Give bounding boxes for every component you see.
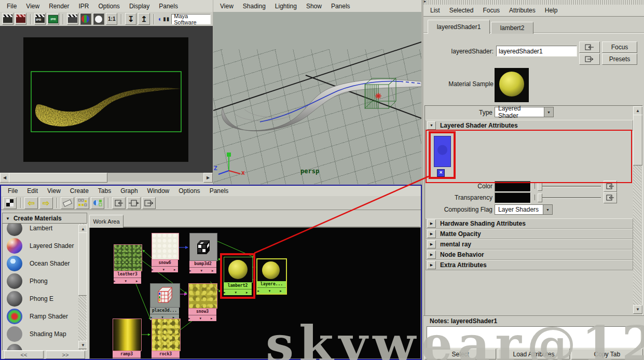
layer-checkbox[interactable]: ✕ xyxy=(437,169,445,177)
section-hardware-shading[interactable]: ▶ Hardware Shading Attributes xyxy=(426,218,633,229)
menu-show[interactable]: Show xyxy=(302,2,326,11)
node-leather3[interactable]: leather3 ▸ ▾ ▸ xyxy=(114,244,141,284)
dropdown-arrow-icon[interactable]: ▼ xyxy=(544,107,554,117)
menu-create[interactable]: Create xyxy=(65,186,93,196)
shader-name-input[interactable] xyxy=(496,46,577,57)
menu-view[interactable]: View xyxy=(43,186,65,196)
menu-list[interactable]: List xyxy=(426,6,445,15)
scroll-down-button[interactable]: ▼ xyxy=(633,305,642,314)
output-connections-icon[interactable] xyxy=(142,197,156,209)
attributes-vscrollbar[interactable]: ▲ ▼ xyxy=(633,106,641,314)
node-arrow-bar[interactable]: ▸ ▾ ▸ xyxy=(152,357,180,359)
render-region-icon[interactable]: ◖ xyxy=(157,15,161,23)
collapse-section-icon[interactable]: ▼ xyxy=(427,121,436,130)
focus-button[interactable]: Focus xyxy=(602,41,637,53)
material-item-phong[interactable]: Phong xyxy=(3,272,78,290)
section-mental-ray[interactable]: ▶ mental ray xyxy=(426,239,633,250)
ipr-render-icon[interactable]: IPR xyxy=(34,13,46,25)
node-arrow-bar[interactable]: ▸ ▾ ▸ xyxy=(152,266,178,272)
node-layeredshader1[interactable]: layere... ▸ ▾ ▸ xyxy=(256,258,287,295)
input-connections-icon[interactable] xyxy=(112,197,126,209)
scroll-down-button[interactable]: ▼ xyxy=(78,341,87,349)
tab-work-area[interactable]: Work Area xyxy=(89,215,124,228)
render-current-frame-icon[interactable] xyxy=(2,13,13,25)
menu-graph[interactable]: Graph xyxy=(116,186,142,196)
menu-lighting[interactable]: Lighting xyxy=(270,2,302,11)
show-output-connections-button[interactable] xyxy=(579,53,600,65)
tab-lambert2[interactable]: lambert2 xyxy=(491,22,533,34)
scroll-right-button[interactable]: ▶ xyxy=(203,173,213,183)
menu-view[interactable]: View xyxy=(215,2,238,11)
expand-section-icon[interactable]: ▶ xyxy=(427,240,436,248)
material-item-lambert[interactable]: Lambert xyxy=(3,223,78,237)
menu-panels[interactable]: Panels xyxy=(154,2,183,11)
section-extra-attributes[interactable]: ▶ Extra Attributes xyxy=(426,260,633,270)
menu-help[interactable]: Help xyxy=(540,6,563,15)
node-arrow-bar[interactable]: ▸ ▾ ▸ xyxy=(188,315,216,321)
expand-section-icon[interactable]: ▶ xyxy=(427,261,436,269)
section-node-behavior[interactable]: ▶ Node Behavior xyxy=(426,250,633,260)
expand-section-icon[interactable]: ▶ xyxy=(427,219,436,228)
material-item-shading-map[interactable]: Shading Map xyxy=(3,325,78,343)
menu-shading[interactable]: Shading xyxy=(238,2,270,11)
node-lambert2[interactable]: lambert2 ▸ ▾ ▸ xyxy=(224,257,252,295)
nav-next-button[interactable]: >> xyxy=(46,351,85,359)
rearrange-graph-icon[interactable] xyxy=(76,197,89,209)
scrollbar-thumb[interactable] xyxy=(633,115,642,165)
menu-selected[interactable]: Selected xyxy=(445,6,478,15)
node-arrow-bar[interactable]: ▸ ▾ ▸ xyxy=(189,267,216,273)
node-bump3d2[interactable]: bump3d2 ▸ ▾ ▸ xyxy=(189,233,216,273)
keep-image-icon[interactable]: ↧ xyxy=(125,13,136,25)
menu-panels[interactable]: Panels xyxy=(205,186,234,196)
show-input-connections-button[interactable] xyxy=(579,41,600,53)
zoom-one-to-one[interactable]: 1:1 xyxy=(106,13,117,25)
material-item-phong-e[interactable]: Phong E xyxy=(3,290,78,308)
menu-tabs[interactable]: Tabs xyxy=(93,186,116,196)
node-arrow-bar[interactable]: ▸ ▾ ▸ xyxy=(114,278,141,284)
node-arrow-bar[interactable]: ▸ ▾ ▸ xyxy=(224,289,252,295)
graph-materials-icon[interactable] xyxy=(91,197,104,209)
menu-panels[interactable]: Panels xyxy=(326,2,355,11)
menu-options[interactable]: Options xyxy=(94,2,125,11)
render-view-hscrollbar[interactable]: ◀ ▶ xyxy=(0,173,213,182)
collapse-icon[interactable]: ▼ xyxy=(6,216,10,221)
material-item-partial[interactable] xyxy=(3,343,78,351)
expand-section-icon[interactable]: ▶ xyxy=(427,230,436,238)
menu-window[interactable]: Window xyxy=(143,186,174,196)
input-output-connections-icon[interactable] xyxy=(127,197,141,209)
persp-viewport[interactable]: Z x persp xyxy=(213,12,421,184)
scrollbar-thumb[interactable] xyxy=(9,173,107,183)
redo-previous-render-icon[interactable] xyxy=(15,13,26,25)
dropdown-arrow-icon[interactable]: ▼ xyxy=(543,204,553,215)
menu-file[interactable]: File xyxy=(3,186,22,196)
presets-button[interactable]: Presets xyxy=(602,53,637,65)
node-rock3[interactable]: rock3 ▸ ▾ ▸ xyxy=(152,319,180,359)
menu-edit[interactable]: Edit xyxy=(22,186,43,196)
type-dropdown[interactable]: Layered Shader ▼ xyxy=(495,107,554,117)
scroll-left-button[interactable]: ◀ xyxy=(0,173,9,183)
material-item-ocean-shader[interactable]: Ocean Shader xyxy=(3,255,78,272)
node-arrow-bar[interactable]: ▸ ▾ ▸ xyxy=(257,287,286,294)
layered-shader-attributes-header[interactable]: ▼ Layered Shader Attributes xyxy=(426,120,633,131)
create-bar-header[interactable]: ▼ Create Materials xyxy=(2,213,87,224)
materials-vscrollbar[interactable]: ▲ ▼ xyxy=(78,224,87,350)
collapse-strip-icon[interactable]: ▸ xyxy=(424,0,426,4)
nav-prev-button[interactable]: << xyxy=(4,351,44,359)
transparency-swatch[interactable] xyxy=(495,192,531,203)
layer-swatch[interactable] xyxy=(434,136,451,167)
scroll-up-button[interactable]: ▲ xyxy=(633,106,642,115)
material-item-ramp-shader[interactable]: Ramp Shader xyxy=(3,308,78,325)
swatch-mode-icon[interactable] xyxy=(3,197,17,209)
node-ramp3[interactable]: ramp3 ▸ ▾ ▸ xyxy=(113,319,141,359)
menu-file[interactable]: File xyxy=(2,2,21,11)
menu-options[interactable]: Options xyxy=(174,186,204,196)
menu-focus[interactable]: Focus xyxy=(478,6,504,15)
compositing-flag-dropdown[interactable]: Layer Shaders ▼ xyxy=(495,204,553,215)
node-arrow-bar[interactable]: ▸ ▾ ▸ xyxy=(113,357,141,359)
section-matte-opacity[interactable]: ▶ Matte Opacity xyxy=(426,229,633,239)
rgb-channels-icon[interactable] xyxy=(80,13,91,25)
node-snow6[interactable]: snow6 ▸ ▾ ▸ xyxy=(152,233,178,272)
transparency-slider[interactable] xyxy=(533,192,601,202)
forward-icon[interactable]: ⇨ xyxy=(39,197,53,209)
pause-icon[interactable]: ▮▮ xyxy=(163,16,170,22)
